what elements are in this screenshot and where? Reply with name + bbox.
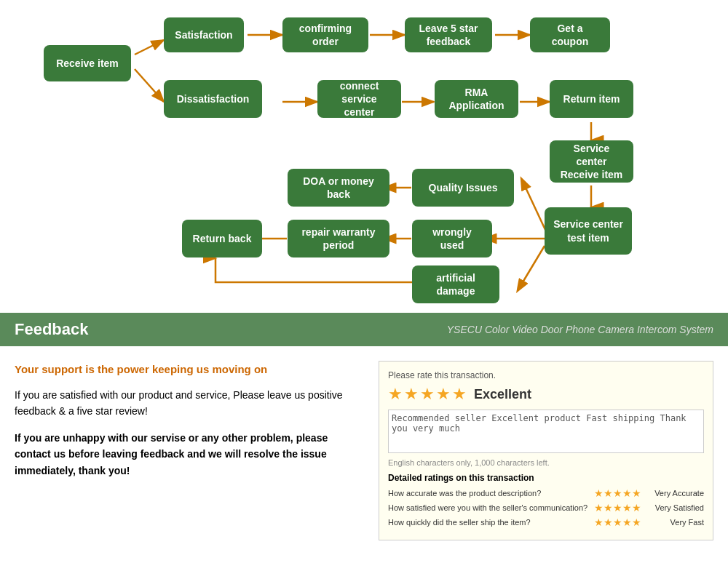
artificial-damage-node: artificial damage: [412, 265, 499, 303]
rma-node: RMA Application: [435, 80, 518, 118]
dissatisfaction-node: Dissatisfaction: [164, 80, 262, 118]
quality-issues-node: Quality Issues: [412, 169, 514, 207]
mini-stars: ★★★★★: [594, 516, 641, 528]
sc-test-node: Service center test item: [545, 207, 632, 255]
feedback-subtitle: YSECU Color Video Door Phone Camera Inte…: [447, 324, 713, 335]
svg-line-15: [523, 246, 545, 282]
wrongly-used-node: wrongly used: [412, 220, 492, 257]
mini-stars: ★★★★★: [594, 487, 641, 499]
receive-item-node: Receive item: [44, 45, 131, 81]
feedback-header: Feedback YSECU Color Video Door Phone Ca…: [0, 313, 728, 346]
rating-question: How quickly did the seller ship the item…: [388, 518, 590, 527]
ratings-rows: How accurate was the product description…: [388, 487, 704, 528]
rating-question: How satisfied were you with the seller's…: [388, 503, 590, 512]
svg-line-13: [526, 188, 546, 231]
flowchart-section: Receive item Satisfaction Dissatisfactio…: [0, 0, 728, 313]
feedback-left: Your support is the power keeping us mov…: [15, 361, 364, 540]
stars-row: ★★★★★ Excellent: [388, 385, 704, 404]
char-limit: English characters only, 1,000 character…: [388, 458, 704, 467]
rate-label: Please rate this transaction.: [388, 370, 704, 380]
feedback-body: Your support is the power keeping us mov…: [0, 346, 728, 555]
return-back-node: Return back: [182, 220, 262, 257]
excellent-label: Excellent: [474, 387, 531, 402]
rating-row-1: How satisfied were you with the seller's…: [388, 502, 704, 514]
rating-question: How accurate was the product description…: [388, 489, 590, 498]
repair-warranty-node: repair warranty period: [288, 220, 389, 257]
rating-verdict: Very Accurate: [646, 489, 704, 498]
feedback-title: Feedback: [15, 320, 89, 339]
rating-row-2: How quickly did the seller ship the item…: [388, 516, 704, 528]
get-coupon-node: Get a coupon: [530, 17, 610, 52]
doa-node: DOA or money back: [288, 169, 389, 207]
sc-receive-node: Service center Receive item: [550, 140, 633, 183]
return-item-node: Return item: [550, 80, 633, 118]
paragraph2: If you are unhappy with our servise or a…: [15, 430, 364, 479]
satisfaction-node: Satisfaction: [164, 17, 244, 52]
mini-stars: ★★★★★: [594, 502, 641, 514]
rating-verdict: Very Satisfied: [646, 503, 704, 512]
paragraph1: If you are satisfied with our product an…: [15, 387, 364, 420]
rating-verdict: Very Fast: [646, 518, 704, 527]
connect-service-node: connect service center: [317, 80, 401, 118]
stars-display: ★★★★★: [388, 385, 468, 404]
detailed-ratings-title: Detailed ratings on this transaction: [388, 473, 704, 483]
svg-line-4: [135, 69, 164, 102]
confirming-order-node: confirming order: [282, 17, 368, 52]
rating-row-0: How accurate was the product description…: [388, 487, 704, 499]
leave-5star-node: Leave 5 star feedback: [405, 17, 492, 52]
svg-line-3: [135, 40, 164, 55]
feedback-right: Please rate this transaction. ★★★★★ Exce…: [379, 361, 713, 540]
review-textarea[interactable]: Recommended seller Excellent product Fas…: [388, 410, 704, 453]
support-text: Your support is the power keeping us mov…: [15, 361, 364, 378]
